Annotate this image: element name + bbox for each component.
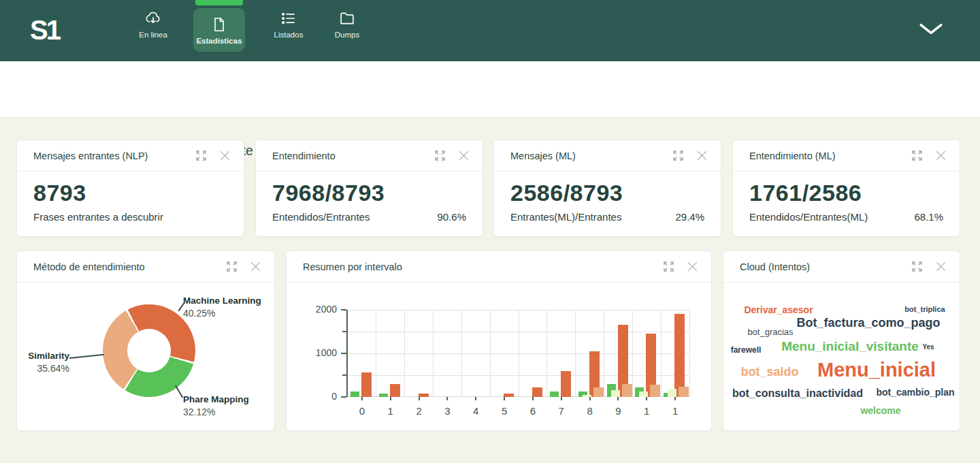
expand-icon[interactable] [434,149,446,162]
gridline [661,310,662,397]
cloud-word[interactable]: welcome [860,405,900,416]
x-tick-label: 9 [608,405,628,417]
card-entendimiento-ml: Entendimiento (ML) 1761/2586 Entendidos/… [732,140,960,237]
x-axis-tick [617,397,619,400]
bar [561,371,571,397]
close-icon[interactable] [249,260,262,273]
x-tick-label: 2 [409,405,429,417]
expand-icon[interactable] [225,260,238,273]
stat-subtitle: Entendidos/Entrantes(ML) [749,211,868,223]
pie-slice-label: Similarity35.64% [17,351,69,374]
expand-icon[interactable] [672,149,685,162]
bar [532,387,542,397]
bar [593,387,604,397]
bar [390,384,400,397]
close-icon[interactable] [686,260,699,273]
cloud-word[interactable]: Menu_inicial_visitante [781,339,919,354]
card-title: Entendimiento (ML) [749,150,911,161]
cloud-word[interactable]: Yes [922,343,934,351]
gridline [575,310,576,397]
nav-item-listados[interactable]: Listados [261,10,316,52]
cloud-word[interactable]: farewell [731,345,762,355]
cloud-word[interactable]: bot_consulta_inactividad [732,387,863,400]
cloud-word[interactable]: Derivar_asesor [744,304,813,315]
cloud-word[interactable]: bot_cambio_plan [876,387,954,398]
x-tick-label: 0 [352,405,372,417]
y-tick-label: 2000 [303,304,337,315]
pie-slice-label: Machine Learning40.25% [183,296,272,319]
stat-value: 8793 [33,180,86,206]
wordcloud-chart: Derivar_asesorbot_triplicaBot_factura_co… [723,283,960,430]
expand-icon[interactable] [911,260,924,273]
card-cloud-intentos: Cloud (Intentos) Derivar_asesorbot_tripl… [723,251,960,431]
bar [674,314,685,397]
y-tick-label: 1000 [303,347,337,358]
x-axis-tick [532,397,534,400]
cloud-word[interactable]: Menu_inicial [817,359,936,381]
x-axis-tick [504,397,505,400]
nav-item-dumps[interactable]: Dumps [320,10,374,52]
stat-value: 1761/2586 [749,180,862,206]
card-entendimiento: Entendimiento 7968/8793 Entendidos/Entra… [255,140,483,237]
gridline [632,310,633,397]
stat-value: 2586/8793 [510,180,623,206]
x-axis-tick [361,397,363,400]
cloud-word[interactable]: bot_saldo [740,365,798,379]
x-axis-tick [390,397,391,400]
header-collapse-toggle[interactable] [919,22,943,36]
gridline [546,310,547,397]
nav-item-en-linea[interactable]: En linea [126,10,180,52]
card-title: Resumen por intervalo [303,261,662,272]
cloud-word[interactable]: Bot_factura_como_pago [796,316,940,330]
expand-icon[interactable] [662,260,675,273]
x-axis-tick [589,397,591,400]
stat-value: 7968/8793 [272,180,385,206]
bar [611,390,620,397]
cloud-word[interactable]: bot_triplica [904,305,945,313]
pie-slice-percent: 35.64% [17,363,69,374]
nav-item-estadisticas[interactable]: Estadísticas [193,8,245,52]
bar [350,392,359,397]
cloud-word[interactable]: bot_gracias [747,327,793,337]
pie-leader-line [69,354,104,359]
pie-slice-name: Similarity [17,351,69,362]
card-title: Mensajes entrantes (NLP) [33,150,195,161]
close-icon[interactable] [696,149,708,162]
list-icon [280,10,297,27]
dashboard-page: S1 En linea Estadísticas Listados [0,0,980,463]
close-icon[interactable] [457,149,470,162]
bar [419,394,429,397]
y-axis-tick [341,396,346,398]
pie-slice-percent: 32.12% [183,406,272,417]
donut-hole [127,329,171,372]
close-icon[interactable] [218,149,231,162]
x-tick-label: 1 [665,405,685,417]
x-axis-tick [446,397,448,400]
nav-label: En linea [139,31,167,39]
cloud-download-icon [144,10,162,27]
x-axis-tick [561,397,562,400]
stat-subtitle: Frases entrantes a descubrir [33,211,163,223]
y-axis-tick [342,374,346,376]
nav-label: Listados [274,31,304,39]
pie-slice-name: Machine Learning [183,296,272,306]
close-icon[interactable] [934,260,947,273]
stat-subtitle: Entrantes(ML)/Entrantes [510,211,621,223]
nav-label: Dumps [335,31,359,39]
gridline [490,310,491,397]
card-title: Cloud (Intentos) [740,261,911,272]
x-tick-label: 8 [580,405,600,417]
x-axis-tick [646,397,647,400]
active-tab-indicator [195,0,243,5]
expand-icon[interactable] [911,149,924,162]
expand-icon[interactable] [195,149,208,162]
close-icon[interactable] [934,149,947,162]
bar [361,372,372,397]
bar [668,389,676,397]
toolbar: Estadísticas > Bots > Reporte de bot [0,61,980,118]
bar [550,392,559,397]
bar [379,394,388,397]
stat-subtitle: Entendidos/Entrantes [272,211,370,223]
bar [504,394,514,397]
x-tick-label: 1 [636,405,657,417]
